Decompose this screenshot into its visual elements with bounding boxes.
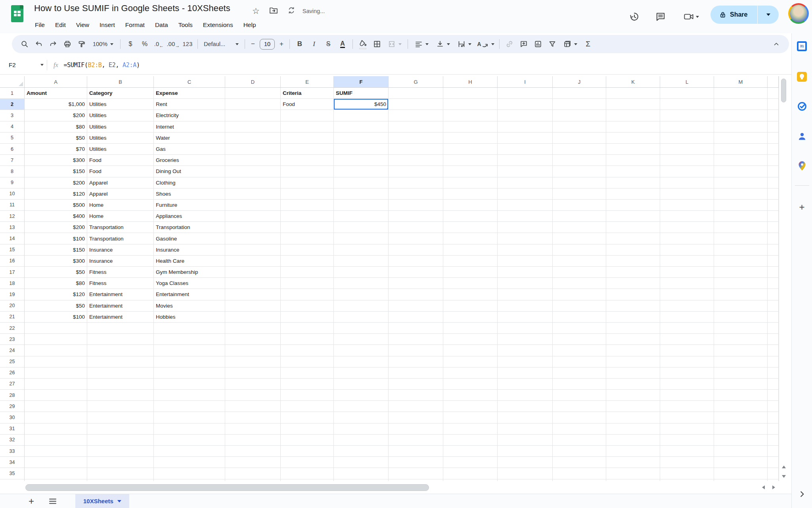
cell-I15[interactable] <box>498 244 553 256</box>
menu-help[interactable]: Help <box>238 20 261 30</box>
cell-H10[interactable] <box>443 189 498 200</box>
horizontal-scrollbar-thumb[interactable] <box>25 484 429 491</box>
cell-G35[interactable] <box>389 468 443 479</box>
cell-B21[interactable]: Entertainment <box>87 312 154 323</box>
cell-A29[interactable] <box>25 401 87 412</box>
cell-C8[interactable]: Dining Out <box>154 166 225 177</box>
cell-H9[interactable] <box>443 177 498 189</box>
cell-C26[interactable] <box>154 368 225 379</box>
cell-G13[interactable] <box>389 222 443 233</box>
fill-color-button[interactable] <box>356 37 370 51</box>
cell-M21[interactable] <box>714 312 768 323</box>
cell-H15[interactable] <box>443 244 498 256</box>
google-calendar-icon[interactable]: 31 <box>797 40 808 52</box>
show-side-panel-icon[interactable] <box>798 490 806 500</box>
cell-F7[interactable] <box>334 155 389 166</box>
cell-A23[interactable] <box>25 334 87 345</box>
cell-M33[interactable] <box>714 446 768 457</box>
cell-G3[interactable] <box>389 110 443 121</box>
cell-C19[interactable]: Entertainment <box>154 289 225 300</box>
row-header-29[interactable]: 29 <box>0 401 25 412</box>
cell-B13[interactable]: Transportation <box>87 222 154 233</box>
cell-C35[interactable] <box>154 468 225 479</box>
vertical-align-button[interactable] <box>432 37 454 51</box>
cell-D21[interactable] <box>225 312 281 323</box>
cell-X16[interactable] <box>768 256 779 267</box>
google-keep-icon[interactable] <box>797 71 808 82</box>
cell-G6[interactable] <box>389 144 443 155</box>
cell-L31[interactable] <box>660 423 714 435</box>
scroll-down-icon[interactable] <box>782 475 786 478</box>
cell-M2[interactable] <box>714 99 768 110</box>
cell-M29[interactable] <box>714 401 768 412</box>
cell-D27[interactable] <box>225 379 281 390</box>
cell-D3[interactable] <box>225 110 281 121</box>
cell-D25[interactable] <box>225 356 281 368</box>
cell-X7[interactable] <box>768 155 779 166</box>
cell-J2[interactable] <box>553 99 606 110</box>
cell-I34[interactable] <box>498 457 553 468</box>
row-header-19[interactable]: 19 <box>0 289 25 300</box>
cell-A3[interactable]: $200 <box>25 110 87 121</box>
cell-J26[interactable] <box>553 368 606 379</box>
cell-A20[interactable]: $50 <box>25 300 87 312</box>
cell-E19[interactable] <box>281 289 334 300</box>
cell-D4[interactable] <box>225 121 281 133</box>
cell-I20[interactable] <box>498 300 553 312</box>
cell-D5[interactable] <box>225 133 281 144</box>
cell-M25[interactable] <box>714 356 768 368</box>
cell-J14[interactable] <box>553 233 606 244</box>
cell-G32[interactable] <box>389 435 443 446</box>
cell-I16[interactable] <box>498 256 553 267</box>
cell-G12[interactable] <box>389 211 443 222</box>
cell-L25[interactable] <box>660 356 714 368</box>
cell-M3[interactable] <box>714 110 768 121</box>
menu-edit[interactable]: Edit <box>50 20 71 30</box>
text-rotation-button[interactable]: A <box>475 37 496 51</box>
cell-H20[interactable] <box>443 300 498 312</box>
row-header-28[interactable]: 28 <box>0 390 25 401</box>
row-header-11[interactable]: 11 <box>0 200 25 211</box>
cell-I2[interactable] <box>498 99 553 110</box>
add-sheet-button[interactable]: + <box>25 495 38 507</box>
cell-H4[interactable] <box>443 121 498 133</box>
row-header-14[interactable]: 14 <box>0 233 25 244</box>
cell-D35[interactable] <box>225 468 281 479</box>
cell-X22[interactable] <box>768 323 779 334</box>
cell-X34[interactable] <box>768 457 779 468</box>
cell-A15[interactable]: $150 <box>25 244 87 256</box>
cell-G1[interactable] <box>389 88 443 99</box>
cell-J7[interactable] <box>553 155 606 166</box>
cell-D13[interactable] <box>225 222 281 233</box>
cell-M8[interactable] <box>714 166 768 177</box>
cell-A11[interactable]: $500 <box>25 200 87 211</box>
cell-E32[interactable] <box>281 435 334 446</box>
cell-G18[interactable] <box>389 278 443 289</box>
cell-J27[interactable] <box>553 379 606 390</box>
cell-E18[interactable] <box>281 278 334 289</box>
cell-B26[interactable] <box>87 368 154 379</box>
row-header-12[interactable]: 12 <box>0 211 25 222</box>
cell-K27[interactable] <box>606 379 660 390</box>
share-options-caret[interactable] <box>758 13 779 16</box>
cell-M7[interactable] <box>714 155 768 166</box>
search-menus-button[interactable] <box>17 37 32 51</box>
insert-comment-button[interactable] <box>517 37 531 51</box>
cell-H30[interactable] <box>443 412 498 423</box>
cell-F5[interactable] <box>334 133 389 144</box>
cell-A32[interactable] <box>25 435 87 446</box>
cell-I19[interactable] <box>498 289 553 300</box>
cell-H11[interactable] <box>443 200 498 211</box>
cell-L14[interactable] <box>660 233 714 244</box>
cell-K10[interactable] <box>606 189 660 200</box>
row-header-31[interactable]: 31 <box>0 423 25 435</box>
cell-I12[interactable] <box>498 211 553 222</box>
cell-C6[interactable]: Gas <box>154 144 225 155</box>
cell-L9[interactable] <box>660 177 714 189</box>
column-header-K[interactable]: K <box>606 76 660 88</box>
cell-E29[interactable] <box>281 401 334 412</box>
column-header-H[interactable]: H <box>443 76 498 88</box>
cell-K15[interactable] <box>606 244 660 256</box>
cell-X20[interactable] <box>768 300 779 312</box>
cell-F29[interactable] <box>334 401 389 412</box>
